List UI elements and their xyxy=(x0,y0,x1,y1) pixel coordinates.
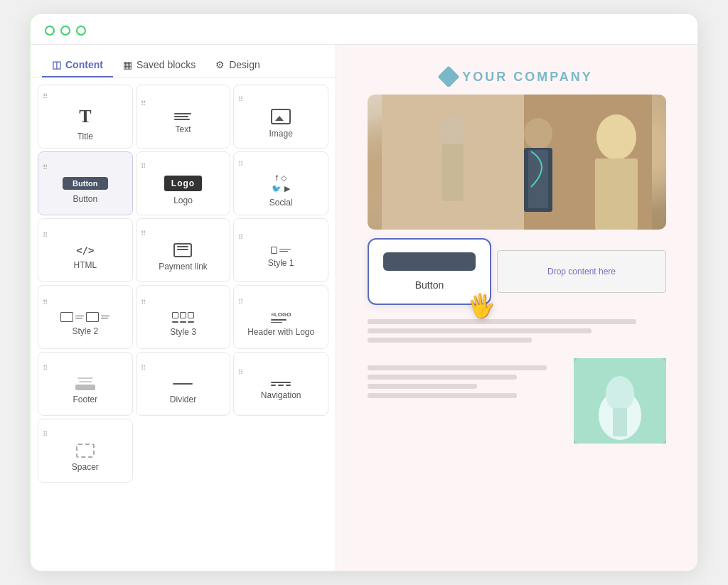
window-dot-1 xyxy=(45,26,55,36)
preview-hero-image xyxy=(368,95,666,230)
block-navigation-label: Navigation xyxy=(261,390,301,400)
block-html[interactable]: ⠿ </> HTML xyxy=(38,218,133,282)
block-headerwlogo-dots: ⠿ xyxy=(238,299,245,306)
block-style2[interactable]: ⠿ xyxy=(38,285,133,349)
block-logo[interactable]: ⠿ Logo Logo xyxy=(136,151,231,215)
block-payment-label: Payment link xyxy=(159,262,208,272)
block-style2-dots: ⠿ xyxy=(43,299,49,306)
preview-text-placeholder xyxy=(368,313,666,348)
tab-content[interactable]: ◫ Content xyxy=(42,53,113,77)
app-window: ◫ Content ▦ Saved blocks ⚙ Design ⠿ T xyxy=(30,14,698,571)
bottom-line-4 xyxy=(368,393,517,398)
drop-zone[interactable]: Drop content here xyxy=(497,250,666,293)
design-tab-icon: ⚙ xyxy=(215,59,225,70)
bottom-image-svg xyxy=(574,358,666,444)
footer-icon xyxy=(75,377,95,390)
block-social-dots: ⠿ xyxy=(238,161,245,168)
block-footer-dots: ⠿ xyxy=(43,365,49,372)
block-navigation[interactable]: ⠿ Navigation xyxy=(233,352,328,416)
style3-icon xyxy=(172,312,194,323)
tab-design-label: Design xyxy=(229,59,260,70)
content-tab-icon: ◫ xyxy=(52,59,61,70)
preview-button-element xyxy=(383,252,476,271)
block-style1-dots: ⠿ xyxy=(238,234,245,241)
block-button-label: Button xyxy=(73,194,97,204)
cursor-hand-icon: 🖐 xyxy=(465,290,498,321)
social-icon: f ◇ 🐦 ▶ xyxy=(272,173,290,193)
preview-bottom-section xyxy=(368,354,666,448)
block-style3-label: Style 3 xyxy=(170,327,196,337)
window-dot-3 xyxy=(76,26,86,36)
style2-icon xyxy=(60,312,109,322)
block-button[interactable]: ⠿ Button Button xyxy=(38,151,133,215)
text-line-2 xyxy=(368,328,592,333)
payment-icon xyxy=(173,243,192,257)
blocks-grid: ⠿ T Title ⠿ Text xyxy=(31,77,336,490)
block-style2-label: Style 2 xyxy=(72,326,98,336)
tab-saved-blocks-label: Saved blocks xyxy=(136,59,196,70)
block-headerwlogo-label: Header with Logo xyxy=(247,327,314,337)
preview-bottom-image xyxy=(574,358,666,444)
saved-blocks-tab-icon: ▦ xyxy=(123,59,132,70)
block-html-label: HTML xyxy=(73,260,97,270)
preview-company-header: YOUR COMPANY xyxy=(368,59,666,89)
block-image-label: Image xyxy=(269,129,292,139)
nav-icon xyxy=(271,382,291,386)
block-logo-dots: ⠿ xyxy=(141,163,147,170)
app-body: ◫ Content ▦ Saved blocks ⚙ Design ⠿ T xyxy=(31,45,697,571)
block-title-dots: ⠿ xyxy=(43,93,49,100)
block-text-label: Text xyxy=(175,124,191,134)
image-icon xyxy=(271,109,291,124)
block-style3[interactable]: ⠿ xyxy=(136,285,231,349)
block-social-label: Social xyxy=(269,198,293,208)
block-spacer-label: Spacer xyxy=(72,462,99,472)
preview-bottom-lines xyxy=(368,358,567,398)
block-header-with-logo[interactable]: ⠿ ≡ LOGO Header xyxy=(233,285,328,349)
block-style1[interactable]: ⠿ Style 1 xyxy=(233,218,328,282)
svg-rect-14 xyxy=(613,408,627,436)
svg-point-8 xyxy=(596,114,636,160)
text-icon xyxy=(174,113,191,120)
svg-point-13 xyxy=(606,376,634,412)
drop-zone-text: Drop content here xyxy=(547,267,616,277)
tab-design[interactable]: ⚙ Design xyxy=(205,53,270,77)
email-preview: YOUR COMPANY xyxy=(368,59,666,448)
block-html-dots: ⠿ xyxy=(43,232,49,239)
company-logo-diamond xyxy=(438,65,460,87)
logo-icon-block: Logo xyxy=(164,176,202,191)
block-image[interactable]: ⠿ Image xyxy=(233,85,328,149)
company-name: YOUR COMPANY xyxy=(462,70,593,85)
bottom-line-2 xyxy=(368,375,517,380)
spacer-icon xyxy=(76,444,95,458)
block-style1-label: Style 1 xyxy=(268,258,294,268)
button-icon-block: Button xyxy=(63,177,107,190)
text-line-3 xyxy=(368,338,532,343)
tab-saved-blocks[interactable]: ▦ Saved blocks xyxy=(113,53,205,77)
block-text[interactable]: ⠿ Text xyxy=(136,85,231,149)
block-divider[interactable]: ⠿ Divider xyxy=(136,352,231,416)
block-footer-label: Footer xyxy=(73,395,97,404)
block-title[interactable]: ⠿ T Title xyxy=(38,85,133,149)
block-spacer-dots: ⠿ xyxy=(43,431,49,438)
block-divider-dots: ⠿ xyxy=(141,365,147,372)
block-footer[interactable]: ⠿ Footer xyxy=(38,352,133,416)
preview-hero-image-inner xyxy=(368,95,666,230)
svg-point-3 xyxy=(440,114,466,146)
block-social[interactable]: ⠿ f ◇ 🐦 ▶ Social xyxy=(233,151,328,215)
titlebar xyxy=(31,14,697,45)
svg-point-5 xyxy=(524,118,552,149)
text-line-1 xyxy=(368,319,636,324)
block-image-dots: ⠿ xyxy=(238,96,245,103)
hero-image-svg xyxy=(368,95,666,230)
style1-icon xyxy=(271,247,291,254)
block-style3-dots: ⠿ xyxy=(141,299,147,306)
canvas: YOUR COMPANY xyxy=(336,45,697,571)
block-spacer[interactable]: ⠿ Spacer xyxy=(38,419,133,483)
block-payment-link[interactable]: ⠿ Payment link xyxy=(136,218,231,282)
title-icon: T xyxy=(79,106,91,127)
block-logo-label: Logo xyxy=(173,195,193,205)
block-text-dots: ⠿ xyxy=(141,100,147,107)
bottom-line-1 xyxy=(368,365,547,370)
window-dot-2 xyxy=(60,26,70,36)
block-title-label: Title xyxy=(77,132,93,141)
